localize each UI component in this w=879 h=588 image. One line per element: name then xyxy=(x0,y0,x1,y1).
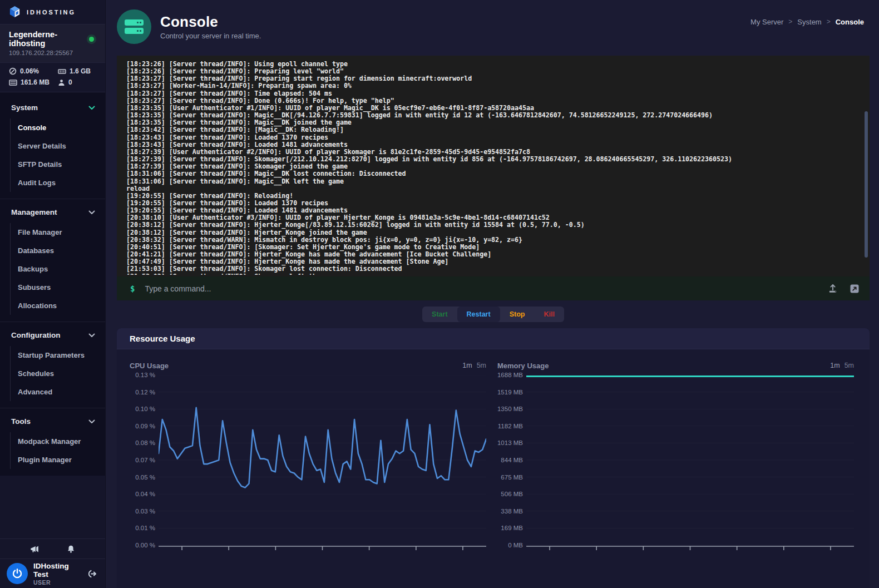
console-log[interactable]: [18:23:26] [Server thread/INFO]: Using e… xyxy=(126,61,857,275)
sidebar-section-system[interactable]: System xyxy=(0,97,105,117)
memory-plot-area xyxy=(526,375,854,554)
nav-items: Startup ParametersSchedulesAdvanced xyxy=(10,346,105,401)
memory-range-toggle: 1m5m xyxy=(830,362,854,369)
section-label: Tools xyxy=(11,417,31,426)
section-label: System xyxy=(11,103,38,112)
sidebar-item-schedules[interactable]: Schedules xyxy=(18,364,105,383)
sidebar-filler xyxy=(0,476,105,538)
breadcrumb-separator: > xyxy=(788,18,792,26)
page-subtitle: Control your server in real time. xyxy=(160,32,750,40)
memory-value: 1.6 GB xyxy=(70,67,91,75)
memory-usage-chart: Memory Usage 1m5m 1688 MB1519 MB1350 MB1… xyxy=(497,359,854,554)
main-content: Console Control your server in real time… xyxy=(106,0,879,588)
range-option-1m[interactable]: 1m xyxy=(830,362,840,369)
range-option-5m[interactable]: 5m xyxy=(477,362,486,369)
charts-container: CPU Usage 1m5m 0.13 %0.12 %0.10 %0.09 %0… xyxy=(117,349,870,554)
app-root: IDHOSTING Legenderne-idhosting 109.176.2… xyxy=(0,0,879,588)
sidebar-item-server-details[interactable]: Server Details xyxy=(18,137,105,155)
breadcrumb-system[interactable]: System xyxy=(797,18,821,26)
sidebar-item-file-manager[interactable]: File Manager xyxy=(18,223,105,241)
cpu-value: 0.06% xyxy=(20,67,39,75)
memory-chart-title: Memory Usage xyxy=(497,362,549,370)
y-axis-label: 1013 MB xyxy=(497,439,523,446)
sidebar-item-console[interactable]: Console xyxy=(18,118,105,137)
user-account[interactable]: IDHosting Test USER xyxy=(0,559,105,588)
kill-button[interactable]: Kill xyxy=(534,307,564,322)
chevron-down-icon xyxy=(88,419,95,424)
sidebar-section-tools[interactable]: Tools xyxy=(0,411,105,431)
sidebar-item-allocations[interactable]: Allocations xyxy=(18,297,105,315)
console-line: [21:53:03] [Server thread/INFO]: Skomage… xyxy=(126,273,857,275)
announcements-icon[interactable] xyxy=(30,544,40,554)
range-option-1m[interactable]: 1m xyxy=(462,362,472,369)
restart-button[interactable]: Restart xyxy=(457,307,500,322)
resource-usage-title: Resource Usage xyxy=(130,334,195,343)
sidebar-item-plugin-manager[interactable]: Plugin Manager xyxy=(18,451,105,469)
y-axis-label: 0.10 % xyxy=(135,406,155,412)
y-axis-label: 675 MB xyxy=(501,474,523,481)
user-role: USER xyxy=(33,579,81,586)
console-line: [18:31:06] [Server thread/INFO]: Magic__… xyxy=(126,178,857,185)
brand-logo[interactable]: IDHOSTING xyxy=(0,0,105,24)
y-axis-label: 0.12 % xyxy=(135,389,155,396)
notifications-bell-icon[interactable] xyxy=(66,544,76,554)
logout-icon[interactable] xyxy=(87,569,97,579)
command-bar: $ xyxy=(117,276,870,300)
open-external-icon[interactable] xyxy=(850,284,860,294)
user-name: IDHosting Test xyxy=(33,562,81,579)
y-axis-label: 506 MB xyxy=(501,491,523,497)
players-stat: 0 xyxy=(58,78,96,86)
console-page-icon xyxy=(117,9,151,44)
chevron-down-icon xyxy=(88,106,95,110)
sidebar-item-databases[interactable]: Databases xyxy=(18,241,105,260)
server-info[interactable]: Legenderne-idhosting 109.176.202.28:2556… xyxy=(0,24,105,63)
console-line: [18:23:43] [Server thread/INFO]: Loaded … xyxy=(126,134,857,141)
range-option-5m[interactable]: 5m xyxy=(845,362,854,369)
console-line: [19:20:55] [Server thread/INFO]: Reloadi… xyxy=(126,192,857,200)
sidebar-section-configuration[interactable]: Configuration xyxy=(0,324,105,345)
y-axis-label: 0.09 % xyxy=(135,423,155,429)
sidebar-section-management[interactable]: Management xyxy=(0,201,105,222)
resource-usage-header: Resource Usage xyxy=(117,328,870,349)
nav-items: File ManagerDatabasesBackupsSubusersAllo… xyxy=(10,223,105,315)
console-line: [20:38:12] [Server thread/INFO]: Hjerter… xyxy=(126,221,857,229)
avatar xyxy=(7,563,28,584)
page-header: Console Control your server in real time… xyxy=(106,0,879,53)
y-axis-label: 0.05 % xyxy=(135,474,155,481)
y-axis-label: 1519 MB xyxy=(497,389,523,396)
cpu-plot-area xyxy=(159,375,486,554)
players-icon xyxy=(58,79,65,86)
sidebar-item-backups[interactable]: Backups xyxy=(18,260,105,278)
console-line: [20:38:12] [Server thread/INFO]: Hjerter… xyxy=(126,229,857,236)
y-axis-label: 1688 MB xyxy=(497,372,523,378)
memory-icon xyxy=(58,68,66,75)
y-axis-label: 1182 MB xyxy=(498,423,523,429)
cpu-range-toggle: 1m5m xyxy=(462,362,486,369)
power-controls: Start Restart Stop Kill xyxy=(117,307,870,322)
console-scrollbar[interactable] xyxy=(865,111,868,258)
disk-stat: 161.6 MB xyxy=(9,78,58,86)
nav-items: Modpack ManagerPlugin Manager xyxy=(10,432,105,469)
command-prompt: $ xyxy=(130,284,135,293)
command-input[interactable] xyxy=(145,284,817,293)
stop-button[interactable]: Stop xyxy=(500,307,535,322)
console-line: [18:23:27] [Server thread/INFO]: Time el… xyxy=(126,90,857,97)
sidebar-item-advanced[interactable]: Advanced xyxy=(18,383,105,401)
console-line: [21:53:03] [Server thread/INFO]: Skomage… xyxy=(126,265,857,273)
console-line: [20:38:32] [Server thread/WARN]: Mismatc… xyxy=(126,236,857,244)
start-button[interactable]: Start xyxy=(422,307,457,322)
console-line: [18:23:27] [Server thread/INFO]: Done (0… xyxy=(126,97,857,105)
y-axis-label: 338 MB xyxy=(501,508,523,515)
y-axis-label: 0 MB xyxy=(508,542,523,549)
sidebar-item-sftp-details[interactable]: SFTP Details xyxy=(18,155,105,174)
sidebar-item-subusers[interactable]: Subusers xyxy=(18,278,105,297)
y-axis-label: 169 MB xyxy=(501,525,523,531)
upload-icon[interactable] xyxy=(827,283,838,294)
cpu-icon xyxy=(9,67,17,75)
sidebar-item-audit-logs[interactable]: Audit Logs xyxy=(18,174,105,192)
breadcrumb-my-server[interactable]: My Server xyxy=(750,18,783,26)
sidebar-item-modpack-manager[interactable]: Modpack Manager xyxy=(18,432,105,451)
memory-y-axis: 1688 MB1519 MB1350 MB1182 MB1013 MB844 M… xyxy=(497,375,526,545)
sidebar-item-startup-parameters[interactable]: Startup Parameters xyxy=(18,346,105,364)
y-axis-label: 844 MB xyxy=(501,457,523,463)
